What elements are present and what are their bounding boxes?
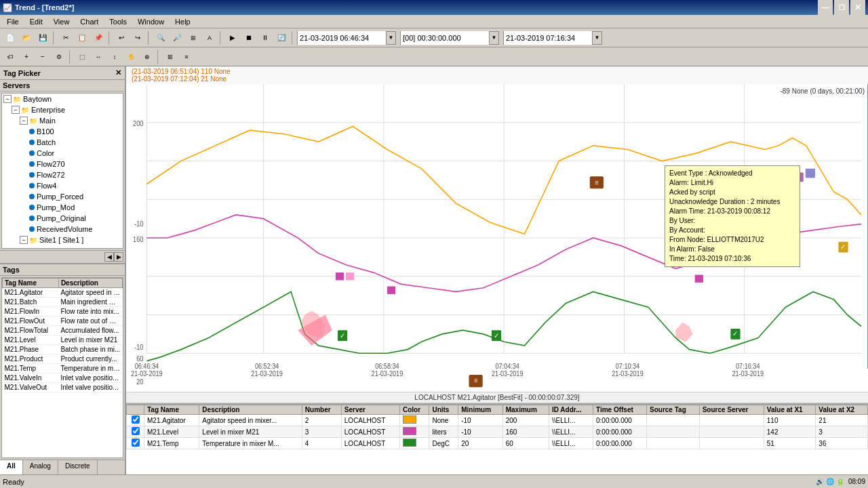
tag-row-product[interactable]: M21.ProductProduct currently...: [3, 354, 123, 364]
close-button[interactable]: ✕: [850, 0, 865, 15]
tree-b100-label: B100: [37, 127, 54, 136]
crosshair-btn[interactable]: ⊕: [140, 49, 155, 64]
properties-btn[interactable]: ⚙: [52, 49, 66, 64]
auto-btn[interactable]: A: [202, 30, 217, 45]
tree-color[interactable]: Color: [2, 148, 123, 159]
data-row-agitator[interactable]: M21.Agitator Agitator speed in mixer... …: [127, 415, 868, 426]
tab-analog[interactable]: Analog: [23, 460, 58, 474]
tree-flow270[interactable]: Flow270: [2, 159, 123, 169]
save-btn[interactable]: 💾: [35, 30, 50, 45]
paste-btn[interactable]: 📌: [91, 30, 106, 45]
col-units: Units: [429, 405, 458, 415]
zoom-y-btn[interactable]: ↕: [107, 49, 122, 64]
tag-row-valvein[interactable]: M21.ValveInInlet valve positio...: [3, 373, 123, 383]
server-tree[interactable]: − 📁 Baytown − 📁 Enterprise − 📁 Main B100: [1, 93, 123, 249]
tree-baytown[interactable]: − 📁 Baytown: [2, 94, 123, 104]
chart-area: (21-03-2019 06:51:04) 110 None (21-03-20…: [126, 66, 868, 474]
grid-btn[interactable]: ⊞: [163, 49, 178, 64]
menu-view[interactable]: View: [48, 16, 75, 27]
menu-file[interactable]: File: [1, 16, 24, 27]
zoom-area-btn[interactable]: ⬚: [75, 49, 90, 64]
tag-row-valveout[interactable]: M21.ValveOutInlet valve positio...: [3, 383, 123, 392]
undo-btn[interactable]: ↩: [114, 30, 129, 45]
tree-flow1[interactable]: Flow1: [2, 245, 123, 249]
menu-chart[interactable]: Chart: [75, 16, 104, 27]
tree-batch[interactable]: Batch: [2, 137, 123, 148]
expand-baytown[interactable]: −: [3, 95, 12, 103]
check-temp[interactable]: [132, 439, 140, 447]
tree-dot-flow270: [29, 161, 35, 167]
fit-btn[interactable]: ⊞: [186, 30, 201, 45]
svg-text:21-03-2019: 21-03-2019: [372, 370, 403, 378]
remove-btn[interactable]: −: [35, 49, 50, 64]
zoom-x-btn[interactable]: ↔: [91, 49, 106, 64]
duration-arrow[interactable]: ▼: [489, 32, 498, 44]
tree-flow272[interactable]: Flow272: [2, 169, 123, 180]
refresh-btn[interactable]: 🔄: [274, 30, 289, 45]
tree-flow4[interactable]: Flow4: [2, 180, 123, 191]
zoom-in-btn[interactable]: 🔍: [153, 30, 168, 45]
tree-enterprise[interactable]: − 📁 Enterprise: [2, 104, 123, 115]
pause-btn[interactable]: ⏸: [258, 30, 273, 45]
tree-pump-mod[interactable]: Pump_Mod: [2, 202, 123, 213]
expand-main[interactable]: −: [20, 117, 28, 125]
menu-help[interactable]: Help: [170, 16, 196, 27]
redo-btn[interactable]: ↪: [130, 30, 145, 45]
tree-pump-forced[interactable]: Pump_Forced: [2, 191, 123, 202]
copy-btn[interactable]: 📋: [75, 30, 90, 45]
menu-window[interactable]: Window: [132, 16, 170, 27]
expand-enterprise[interactable]: −: [12, 106, 20, 114]
tree-site1[interactable]: − 📁 Site1 [ Site1 ]: [2, 235, 123, 245]
stop-btn[interactable]: ⏹: [241, 30, 256, 45]
menu-tools[interactable]: Tools: [104, 16, 132, 27]
end-datetime-combo[interactable]: 21-03-2019 07:16:34 ▼: [503, 31, 602, 45]
zoom-out-btn[interactable]: 🔎: [170, 30, 184, 45]
new-btn[interactable]: 📄: [3, 30, 18, 45]
tree-main[interactable]: − 📁 Main: [2, 115, 123, 126]
tree-pump-original[interactable]: Pump_Original: [2, 213, 123, 224]
tag-row-temp[interactable]: M21.TempTemperature in mi...: [3, 364, 123, 373]
tab-all[interactable]: All: [0, 460, 23, 474]
duration-combo[interactable]: [00] 00:30:00.000 ▼: [400, 31, 499, 45]
duration-input[interactable]: [00] 00:30:00.000: [401, 31, 489, 45]
data-row-level[interactable]: M21.Level Level in mixer M21 3 LOCALHOST…: [127, 426, 868, 438]
chart-title: LOCALHOST M21.Agitator [BestFit] - 00:00…: [414, 394, 579, 401]
end-datetime-input[interactable]: 21-03-2019 07:16:34: [504, 31, 592, 45]
tree-baytown-label: Baytown: [23, 95, 52, 103]
col-maximum: Maximum: [502, 405, 549, 415]
minimize-button[interactable]: —: [818, 0, 833, 15]
play-btn[interactable]: ▶: [225, 30, 240, 45]
tag-row-flowtotal[interactable]: M21.FlowTotalAccumulated flow...: [3, 326, 123, 336]
tree-left-arrow[interactable]: ◀: [104, 252, 114, 262]
end-datetime-arrow[interactable]: ▼: [592, 32, 601, 44]
chart-container[interactable]: -89 None (0 days, 00:21:00): [126, 84, 868, 392]
check-level[interactable]: [132, 427, 140, 435]
tree-b100[interactable]: B100: [2, 126, 123, 137]
start-datetime-combo[interactable]: 21-03-2019 06:46:34 ▼: [297, 31, 396, 45]
restore-button[interactable]: ❐: [834, 0, 849, 15]
add-btn[interactable]: +: [19, 49, 34, 64]
tag-picker-close[interactable]: ✕: [115, 68, 121, 77]
pan-btn[interactable]: ✋: [123, 49, 138, 64]
tag-row-flowout[interactable]: M21.FlowOutFlow rate out of m...: [3, 317, 123, 326]
check-agitator[interactable]: [132, 415, 140, 424]
tag-row-phase[interactable]: M21.PhaseBatch phase in mi...: [3, 345, 123, 354]
tree-received-volume[interactable]: ReceivedVolume: [2, 224, 123, 235]
tag-picker-btn[interactable]: 🏷: [3, 49, 18, 64]
open-btn[interactable]: 📂: [19, 30, 34, 45]
tags-table[interactable]: Tag Name Description M21.AgitatorAgitato…: [1, 277, 123, 458]
start-datetime-arrow[interactable]: ▼: [386, 32, 395, 44]
data-row-temp[interactable]: M21.Temp Temperature in mixer M... 4 LOC…: [127, 438, 868, 449]
legend-btn[interactable]: ≡: [179, 49, 194, 64]
start-datetime-input[interactable]: 21-03-2019 06:46:34: [298, 31, 386, 45]
tag-row-batch[interactable]: M21.BatchMain ingredient mi...: [3, 298, 123, 307]
tag-row-flowin[interactable]: M21.FlowInFlow rate into mix...: [3, 307, 123, 317]
tab-discrete[interactable]: Discrete: [58, 460, 98, 474]
title-bar-buttons[interactable]: — ❐ ✕: [818, 0, 865, 15]
tag-row-level[interactable]: M21.LevelLevel in mixer M21: [3, 336, 123, 345]
expand-site1[interactable]: −: [20, 236, 28, 244]
menu-edit[interactable]: Edit: [24, 16, 48, 27]
tag-row-agitator[interactable]: M21.AgitatorAgitator speed in m...: [3, 288, 123, 298]
cut-btn[interactable]: ✂: [58, 30, 73, 45]
tree-right-arrow[interactable]: ▶: [114, 252, 123, 262]
